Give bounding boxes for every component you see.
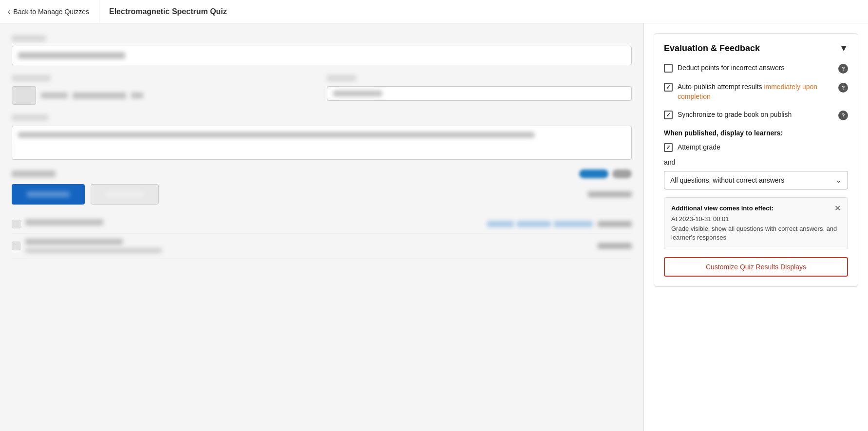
input-content-1 [18, 52, 125, 59]
additional-view-title: Additional view comes into effect: [671, 205, 774, 212]
secondary-button[interactable] [91, 184, 159, 205]
list-item-right-1 [598, 221, 632, 227]
checkbox-sync-grade[interactable] [664, 111, 673, 119]
close-additional-view-button[interactable]: ✕ [834, 205, 841, 212]
inline-text-1 [41, 93, 68, 98]
secondary-btn-content [106, 191, 144, 197]
list-item-right-2 [598, 243, 632, 249]
dropdown-selected-value: All questions, without correct answers [670, 176, 784, 184]
option-auto-publish-label: Auto-publish attempt results immediately… [678, 82, 833, 101]
sidebar-card: Evaluation & Feedback ▼ Deduct points fo… [654, 33, 858, 287]
list-item-checkbox-1[interactable] [12, 220, 20, 228]
two-col-row [12, 75, 632, 105]
section-header-actions [579, 169, 632, 178]
section-header [12, 169, 632, 178]
sidebar: Evaluation & Feedback ▼ Deduct points fo… [644, 23, 868, 431]
inline-text-2 [73, 93, 126, 99]
list-item-title-2 [25, 239, 123, 245]
primary-button[interactable] [12, 184, 85, 205]
option-deduct-points-label: Deduct points for incorrect answers [678, 63, 833, 73]
option-sync-grade: Synchronize to grade book on publish ? [664, 110, 848, 120]
top-navigation: ‹ Back to Manage Quizzes Electromagnetic… [0, 0, 868, 23]
help-icon-deduct-points[interactable]: ? [838, 64, 848, 74]
dropdown-chevron-icon: ⌄ [836, 176, 842, 184]
collapse-arrow-icon[interactable]: ▼ [839, 43, 848, 54]
col-right-input[interactable] [327, 86, 632, 101]
action-pill-2[interactable] [612, 169, 632, 178]
col-right-content [333, 91, 382, 96]
col-right [327, 75, 632, 105]
and-label: and [664, 158, 848, 166]
additional-view-box: Additional view comes into effect: ✕ At … [664, 197, 848, 249]
help-icon-sync-grade[interactable]: ? [838, 111, 848, 120]
col-right-label [327, 75, 356, 81]
input-field-1[interactable] [12, 46, 632, 65]
customize-quiz-results-button[interactable]: Customize Quiz Results Displays [664, 257, 848, 277]
list-section [12, 214, 632, 259]
option-attempt-grade-label: Attempt grade [678, 143, 848, 152]
badge-3 [554, 221, 593, 227]
option-sync-grade-label: Synchronize to grade book on publish [678, 110, 833, 120]
display-options-dropdown[interactable]: All questions, without correct answers ⌄ [664, 171, 848, 189]
list-item-badges-1 [487, 221, 593, 227]
col-left [12, 75, 317, 105]
list-item-title-1 [25, 219, 103, 225]
additional-view-header: Additional view comes into effect: ✕ [671, 205, 841, 212]
option-deduct-points: Deduct points for incorrect answers ? [664, 63, 848, 74]
inline-controls [12, 86, 317, 105]
main-layout: Evaluation & Feedback ▼ Deduct points fo… [0, 23, 868, 431]
when-published-label: When published, display to learners: [664, 129, 848, 137]
section-header-label [12, 170, 56, 177]
button-row-right-text [588, 191, 632, 197]
desc-label [12, 114, 48, 121]
checkbox-auto-publish[interactable] [664, 83, 673, 92]
help-icon-auto-publish[interactable]: ? [838, 83, 848, 93]
list-item-2 [12, 234, 632, 259]
sidebar-title-text: Evaluation & Feedback [664, 43, 760, 54]
sidebar-section-title: Evaluation & Feedback ▼ [664, 43, 848, 54]
list-item-text-1 [25, 219, 482, 228]
primary-btn-content [27, 191, 70, 197]
small-input-box[interactable] [12, 86, 36, 105]
list-item-text-2 [25, 239, 593, 253]
option-attempt-grade: Attempt grade [664, 143, 848, 152]
page-title: Electromagnetic Spectrum Quiz [109, 7, 227, 16]
badge-1 [487, 221, 514, 227]
option-auto-publish: Auto-publish attempt results immediately… [664, 82, 848, 101]
back-link[interactable]: ‹ Back to Manage Quizzes [8, 0, 99, 23]
checkbox-attempt-grade[interactable] [664, 143, 673, 152]
badge-2 [517, 221, 551, 227]
col-left-label [12, 75, 51, 81]
action-pill-1[interactable] [579, 169, 608, 178]
inline-text-3 [131, 93, 143, 98]
additional-view-date: At 2023-10-31 00:01 [671, 215, 841, 223]
content-area [0, 23, 644, 431]
list-item-sub-2 [25, 248, 162, 253]
back-link-label: Back to Manage Quizzes [13, 8, 89, 16]
description-textarea[interactable] [12, 126, 632, 160]
list-item [12, 214, 632, 234]
additional-view-description: Grade visible, show all questions with c… [671, 225, 841, 242]
field-label-1 [12, 35, 46, 42]
list-item-checkbox-2[interactable] [12, 242, 20, 250]
checkbox-deduct-points[interactable] [664, 64, 673, 73]
chevron-left-icon: ‹ [8, 7, 10, 16]
textarea-content [18, 132, 534, 138]
button-row [12, 184, 632, 205]
